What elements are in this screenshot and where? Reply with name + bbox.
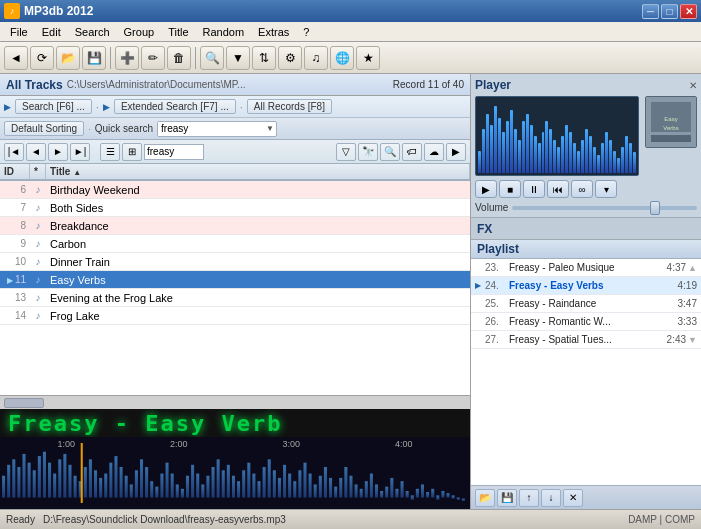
table-search-field[interactable]	[144, 144, 204, 160]
toolbar-filter-btn[interactable]: ▼	[226, 46, 250, 70]
menu-file[interactable]: File	[4, 25, 34, 39]
row-id: 9	[0, 238, 30, 249]
menu-group[interactable]: Group	[118, 25, 161, 39]
title-bar-controls[interactable]: ─ □ ✕	[642, 4, 697, 19]
table-row[interactable]: 14 ♪ Frog Lake	[0, 307, 470, 325]
svg-rect-79	[406, 491, 409, 498]
quick-search-dropdown[interactable]: ▼	[264, 124, 276, 133]
table-row[interactable]: 6 ♪ Birthday Weekend	[0, 181, 470, 199]
menu-random[interactable]: Random	[197, 25, 251, 39]
pl-remove-button[interactable]: ✕	[563, 489, 583, 507]
search-f6-button[interactable]: Search [F6] ...	[15, 99, 92, 114]
table-row-selected[interactable]: ▶11 ♪ Easy Verbs	[0, 271, 470, 289]
toolbar-sort-btn[interactable]: ⇅	[252, 46, 276, 70]
table-row[interactable]: 8 ♪ Breakdance	[0, 217, 470, 235]
svg-rect-42	[217, 459, 220, 497]
row-note: ♪	[30, 184, 46, 195]
pl-add-button[interactable]: 📂	[475, 489, 495, 507]
svg-rect-33	[171, 474, 174, 498]
quick-search-input[interactable]	[158, 122, 264, 136]
fx-section: FX	[471, 218, 701, 240]
table-first-btn[interactable]: |◄	[4, 143, 24, 161]
volume-slider[interactable]	[512, 206, 697, 210]
menu-title[interactable]: Title	[162, 25, 194, 39]
playlist-item[interactable]: 25. Freasy - Raindance 3:47	[471, 295, 701, 313]
toolbar-save-btn[interactable]: 💾	[82, 46, 106, 70]
table-more-btn[interactable]: ▶	[446, 143, 466, 161]
menu-search[interactable]: Search	[69, 25, 116, 39]
table-cloud-btn[interactable]: ☁	[424, 143, 444, 161]
h-scroll-thumb[interactable]	[4, 398, 44, 408]
toolbar-delete-btn[interactable]: 🗑	[167, 46, 191, 70]
toolbar-back-btn[interactable]: ◄	[4, 46, 28, 70]
viz-bar	[490, 125, 493, 173]
table-row[interactable]: 7 ♪ Both Sides	[0, 199, 470, 217]
waveform-area[interactable]: 1:00 2:00 3:00 4:00	[0, 437, 470, 509]
table-tag-btn[interactable]: 🏷	[402, 143, 422, 161]
prev-button[interactable]: ⏮	[547, 180, 569, 198]
menu-help[interactable]: ?	[297, 25, 315, 39]
pl-duration: 2:43	[667, 334, 686, 345]
table-last-btn[interactable]: ►|	[70, 143, 90, 161]
menu-extras[interactable]: Extras	[252, 25, 295, 39]
toolbar-refresh-btn[interactable]: ⟳	[30, 46, 54, 70]
toolbar-add-btn[interactable]: ➕	[115, 46, 139, 70]
minimize-button[interactable]: ─	[642, 4, 659, 19]
row-id: 13	[0, 292, 30, 303]
viz-bar	[549, 129, 552, 173]
svg-rect-61	[314, 484, 317, 497]
col-title[interactable]: Title ▲	[46, 164, 470, 179]
table-row[interactable]: 13 ♪ Evening at the Frog Lake	[0, 289, 470, 307]
table-view-btn[interactable]: ☰	[100, 143, 120, 161]
toolbar-open-btn[interactable]: 📂	[56, 46, 80, 70]
pl-save-button[interactable]: 💾	[497, 489, 517, 507]
maximize-button[interactable]: □	[661, 4, 678, 19]
svg-rect-78	[401, 481, 404, 497]
col-star[interactable]: *	[30, 164, 46, 179]
table-binoculars-btn[interactable]: 🔭	[358, 143, 378, 161]
svg-rect-13	[68, 465, 71, 498]
row-title: Frog Lake	[46, 310, 470, 322]
quick-search-wrap[interactable]: ▼	[157, 121, 277, 137]
table-next-btn[interactable]: ►	[48, 143, 68, 161]
viz-bar	[585, 129, 588, 173]
toolbar-star-btn[interactable]: ★	[356, 46, 380, 70]
toolbar-edit-btn[interactable]: ✏	[141, 46, 165, 70]
svg-rect-69	[355, 484, 358, 497]
stop-button[interactable]: ■	[499, 180, 521, 198]
toolbar-search-btn[interactable]: 🔍	[200, 46, 224, 70]
note-icon: ♪	[36, 310, 41, 321]
table-row[interactable]: 9 ♪ Carbon	[0, 235, 470, 253]
extended-search-button[interactable]: Extended Search [F7] ...	[114, 99, 236, 114]
playlist-item[interactable]: 27. Freasy - Spatial Tues... 2:43 ▼	[471, 331, 701, 349]
pause-button[interactable]: ⏸	[523, 180, 545, 198]
toolbar-audio-btn[interactable]: ♫	[304, 46, 328, 70]
table-filter-btn[interactable]: ▽	[336, 143, 356, 161]
playlist-items[interactable]: 23. Freasy - Paleo Musique 4:37 ▲ ▶ 24. …	[471, 259, 701, 485]
playlist-item[interactable]: 23. Freasy - Paleo Musique 4:37 ▲	[471, 259, 701, 277]
playlist-item[interactable]: 26. Freasy - Romantic W... 3:33	[471, 313, 701, 331]
pl-up-button[interactable]: ↑	[519, 489, 539, 507]
more-button[interactable]: ▾	[595, 180, 617, 198]
toolbar-settings-btn[interactable]: ⚙	[278, 46, 302, 70]
track-table[interactable]: ID * Title ▲ 6 ♪ Birthday Weekend 7 ♪ Bo…	[0, 164, 470, 395]
table-row[interactable]: 10 ♪ Dinner Train	[0, 253, 470, 271]
all-records-button[interactable]: All Records [F8]	[247, 99, 332, 114]
close-button[interactable]: ✕	[680, 4, 697, 19]
pl-down-button[interactable]: ↓	[541, 489, 561, 507]
player-pin-button[interactable]: ✕	[689, 80, 697, 91]
default-sort-button[interactable]: Default Sorting	[4, 121, 84, 136]
horizontal-scrollbar[interactable]	[0, 395, 470, 409]
playlist-item-playing[interactable]: ▶ 24. Freasy - Easy Verbs 4:19	[471, 277, 701, 295]
toolbar-network-btn[interactable]: 🌐	[330, 46, 354, 70]
col-id[interactable]: ID	[0, 164, 30, 179]
table-cols-btn[interactable]: ⊞	[122, 143, 142, 161]
menu-edit[interactable]: Edit	[36, 25, 67, 39]
table-prev-btn[interactable]: ◄	[26, 143, 46, 161]
svg-rect-62	[319, 476, 322, 498]
volume-thumb[interactable]	[650, 201, 660, 215]
table-binoculars2-btn[interactable]: 🔍	[380, 143, 400, 161]
svg-rect-1	[7, 465, 10, 498]
loop-button[interactable]: ∞	[571, 180, 593, 198]
play-button[interactable]: ▶	[475, 180, 497, 198]
